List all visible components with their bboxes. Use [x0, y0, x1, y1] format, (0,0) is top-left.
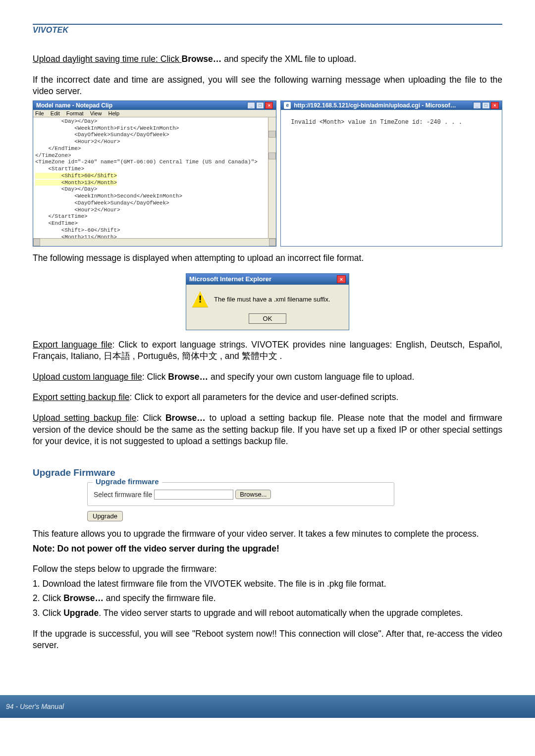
ok-button[interactable]: OK	[249, 313, 287, 324]
horizontal-scrollbar[interactable]	[33, 238, 276, 246]
browse-bold: Browse…	[182, 54, 222, 64]
close-icon[interactable]: ×	[491, 102, 499, 109]
export-backup-label: Export setting backup file	[33, 392, 130, 402]
step2-b: and specify the firmware file.	[104, 593, 216, 603]
ie-error-window: e http://192.168.5.121/cgi-bin/admin/upl…	[280, 101, 502, 247]
export-backup-text: : Click to export all parameters for the…	[130, 392, 399, 402]
menu-format[interactable]: Format	[66, 110, 84, 116]
maximize-icon[interactable]: □	[256, 102, 264, 109]
upload-rule-tail: and specify the XML file to upload.	[221, 54, 356, 64]
xml-block-2: <Day></Day> <WeekInMonth>Second</WeekInM…	[35, 186, 202, 238]
upgrade-legend: Upgrade firmware	[93, 477, 162, 486]
dialog-title-text: Microsoft Internet Explorer	[189, 275, 271, 283]
menu-view[interactable]: View	[90, 110, 102, 116]
ie-title-text: http://192.168.5.121/cgi-bin/admin/uploa…	[294, 102, 457, 109]
scroll-right-icon[interactable]	[269, 239, 276, 246]
xml-block-1: <Day></Day> <WeekInMonth>First</WeekInMo…	[35, 118, 258, 172]
upload-rule-para: Upload daylight saving time rule: Click …	[33, 53, 502, 65]
upgrade-desc: This feature allows you to upgrade the f…	[33, 528, 502, 540]
brand-title: VIVOTEK	[33, 26, 68, 34]
incorrect-warning: If the incorrect date and time are assig…	[33, 74, 502, 98]
step2-bold: Browse…	[63, 593, 104, 603]
dialog-body: ! The file must have a .xml filename suf…	[186, 285, 349, 330]
dialog-text: The file must have a .xml filename suffi…	[214, 296, 330, 303]
minimize-icon[interactable]: _	[473, 102, 481, 109]
scroll-up-icon[interactable]	[268, 131, 276, 138]
screenshot-row: Model name - Notepad Clip _ □ × File Edi…	[33, 101, 502, 247]
after-shot-text: The following message is displayed when …	[33, 252, 502, 264]
export-lang-para: Export language file: Click to export la…	[33, 339, 502, 362]
notepad-titlebar: Model name - Notepad Clip _ □ ×	[33, 101, 276, 110]
close-icon[interactable]: ×	[337, 275, 346, 283]
upload-custom-lang-label: Upload custom language file	[33, 372, 142, 382]
minimize-icon[interactable]: _	[247, 102, 255, 109]
step-1: 1. Download the latest firmware file fro…	[33, 578, 502, 590]
export-lang-label: Export language file	[33, 340, 112, 350]
notepad-window: Model name - Notepad Clip _ □ × File Edi…	[33, 101, 276, 247]
ie-dialog: Microsoft Internet Explorer × ! The file…	[186, 273, 349, 330]
browse-bold: Browse…	[165, 413, 206, 423]
step3-b: . The video server starts to upgrade and…	[99, 608, 463, 618]
window-buttons: _ □ ×	[247, 102, 273, 109]
warning-icon: !	[192, 292, 208, 307]
maximize-icon[interactable]: □	[482, 102, 490, 109]
scroll-thumb[interactable]	[268, 152, 276, 159]
menu-edit[interactable]: Edit	[51, 110, 60, 116]
notepad-title-text: Model name - Notepad Clip	[36, 102, 112, 109]
upload-custom-lang-para: Upload custom language file: Click Brows…	[33, 371, 502, 383]
footer: 94 - User's Manual	[0, 695, 535, 718]
upload-custom-lang-text: : Click	[142, 372, 168, 382]
upgrade-note: Note: Do not power off the video server …	[33, 543, 502, 555]
upload-backup-para: Upload setting backup file: Click Browse…	[33, 412, 502, 448]
browse-bold: Browse…	[168, 372, 208, 382]
browse-button[interactable]: Browse...	[235, 490, 271, 499]
notepad-body: <Day></Day> <WeekInMonth>First</WeekInMo…	[33, 117, 276, 238]
vertical-scrollbar[interactable]	[268, 117, 276, 238]
close-icon[interactable]: ×	[265, 102, 273, 109]
menu-help[interactable]: Help	[108, 110, 119, 116]
step2-a: 2. Click	[33, 593, 63, 603]
footer-text: 94 - User's Manual	[6, 703, 64, 710]
firmware-file-input[interactable]	[154, 490, 233, 500]
upgrade-fieldset: Upgrade firmware Select firmware file Br…	[87, 482, 394, 506]
upgrade-button[interactable]: Upgrade	[87, 511, 123, 521]
upload-backup-text1: : Click	[136, 413, 165, 423]
ie-titlebar: e http://192.168.5.121/cgi-bin/admin/upl…	[281, 101, 502, 110]
ie-body: Invalid <Month> value in TimeZone id: -2…	[281, 110, 502, 246]
upgrade-heading: Upgrade Firmware	[33, 467, 502, 478]
dialog-titlebar: Microsoft Internet Explorer ×	[186, 274, 349, 285]
upload-rule-label: Upload daylight saving time rule: Click	[33, 54, 182, 64]
steps-intro: Follow the steps below to upgrade the fi…	[33, 563, 502, 575]
step3-bold: Upgrade	[63, 608, 99, 618]
upload-backup-label: Upload setting backup file	[33, 413, 136, 423]
step-3: 3. Click Upgrade. The video server start…	[33, 607, 502, 619]
upload-custom-lang-tail: and specify your own custom language fil…	[208, 372, 414, 382]
scroll-left-icon[interactable]	[33, 239, 40, 246]
notepad-menubar[interactable]: File Edit Format View Help	[33, 110, 276, 117]
step3-a: 3. Click	[33, 608, 63, 618]
menu-file[interactable]: File	[35, 110, 44, 116]
step-2: 2. Click Browse… and specify the firmwar…	[33, 593, 502, 605]
final-para: If the upgrade is successful, you will s…	[33, 628, 502, 652]
header-bar: VIVOTEK	[33, 24, 502, 35]
upgrade-firmware-group: Upgrade firmware Select firmware file Br…	[87, 482, 394, 521]
dialog-wrap: Microsoft Internet Explorer × ! The file…	[33, 273, 502, 330]
ie-icon: e	[284, 102, 291, 109]
export-backup-para: Export setting backup file: Click to exp…	[33, 392, 502, 403]
select-firmware-label: Select firmware file	[94, 491, 152, 499]
xml-highlight-2: <Month>13</Month>	[35, 180, 117, 186]
xml-highlight-1: <Shift>60</Shift>	[35, 173, 117, 179]
